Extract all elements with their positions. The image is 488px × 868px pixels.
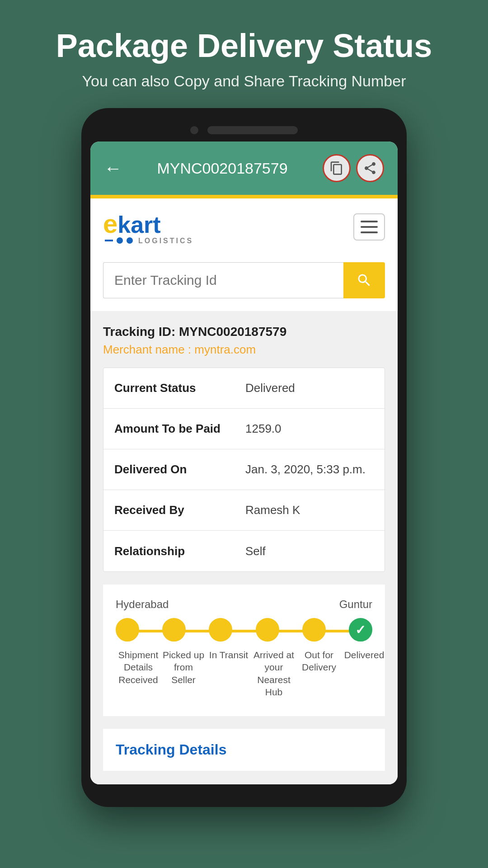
search-button[interactable]: [343, 262, 385, 298]
step-3-label: In Transit: [206, 649, 251, 698]
app-bar-title: MYNC0020187579: [131, 160, 314, 177]
hamburger-button[interactable]: [353, 213, 385, 241]
app-bar: ← MYNC0020187579: [90, 142, 398, 195]
end-city: Guntur: [339, 598, 372, 611]
step-6-dot: ✓: [349, 618, 372, 642]
delivered-on-value: Jan. 3, 2020, 5:33 p.m.: [235, 453, 385, 486]
progress-section: Hyderabad Guntur ✓ Shipment Deta: [103, 585, 385, 716]
app-bar-actions: [323, 154, 384, 182]
tracking-details-title: Tracking Details: [116, 741, 372, 758]
step-2-dot: [162, 618, 186, 642]
copy-icon: [329, 161, 344, 175]
hamburger-line-2: [361, 226, 378, 228]
merchant-name: Merchant name : myntra.com: [103, 343, 385, 357]
step-1-dot: [116, 618, 139, 642]
hamburger-line-3: [361, 231, 378, 233]
phone-frame: ← MYNC0020187579 e: [81, 108, 407, 807]
step-1-label: Shipment Details Received: [116, 649, 161, 698]
relationship-value: Self: [235, 535, 385, 567]
progress-cities: Hyderabad Guntur: [116, 598, 372, 611]
received-by-value: Ramesh K: [235, 494, 385, 526]
progress-dots: ✓: [116, 618, 372, 642]
tracking-input[interactable]: [103, 262, 343, 298]
table-row: Relationship Self: [103, 531, 385, 571]
progress-track: ✓: [116, 618, 372, 642]
table-row: Amount To be Paid 1259.0: [103, 409, 385, 449]
step-5-label: Out for Delivery: [296, 649, 342, 698]
share-icon: [363, 161, 377, 175]
step-5-dot: [302, 618, 326, 642]
delivered-on-label: Delivered On: [103, 453, 235, 486]
ekart-sub-text: LOGISTICS: [138, 237, 193, 245]
table-row: Current Status Delivered: [103, 368, 385, 409]
share-button[interactable]: [356, 154, 384, 182]
speaker-bar: [207, 126, 298, 134]
ekart-name: kart: [117, 211, 160, 238]
page-subtitle: You can also Copy and Share Tracking Num…: [56, 72, 432, 90]
tracking-id: Tracking ID: MYNC0020187579: [103, 325, 385, 339]
hamburger-line-1: [361, 221, 378, 222]
search-icon: [356, 272, 372, 288]
copy-button[interactable]: [323, 154, 351, 182]
step-3-dot: [209, 618, 232, 642]
ekart-header: e kart LOGISTICS: [90, 198, 398, 255]
phone-screen: ← MYNC0020187579 e: [90, 142, 398, 784]
step-2-label: Picked up from Seller: [161, 649, 206, 698]
page-title: Package Delivery Status: [56, 27, 432, 64]
current-status-value: Delivered: [235, 372, 385, 404]
step-4-label: Arrived at your Nearest Hub: [251, 649, 296, 698]
amount-value: 1259.0: [235, 413, 385, 445]
ekart-logo: e kart LOGISTICS: [103, 208, 193, 245]
search-section: [90, 255, 398, 311]
start-city: Hyderabad: [116, 598, 169, 611]
step-6-label: Delivered: [342, 649, 387, 698]
camera-dot: [190, 126, 198, 134]
back-button[interactable]: ←: [104, 158, 122, 179]
step-4-dot: [256, 618, 279, 642]
status-table: Current Status Delivered Amount To be Pa…: [103, 368, 385, 572]
relationship-label: Relationship: [103, 535, 235, 567]
phone-bottom: [90, 784, 398, 793]
yellow-divider: [90, 195, 398, 198]
phone-notch: [90, 122, 398, 142]
content-area: Tracking ID: MYNC0020187579 Merchant nam…: [90, 311, 398, 784]
received-by-label: Received By: [103, 494, 235, 526]
table-row: Delivered On Jan. 3, 2020, 5:33 p.m.: [103, 449, 385, 490]
table-row: Received By Ramesh K: [103, 490, 385, 531]
progress-labels: Shipment Details Received Picked up from…: [116, 649, 372, 698]
tracking-details-section: Tracking Details: [103, 729, 385, 771]
wheel-2: [127, 237, 133, 244]
current-status-label: Current Status: [103, 372, 235, 404]
amount-label: Amount To be Paid: [103, 413, 235, 445]
ekart-e: e: [103, 208, 117, 239]
page-header: Package Delivery Status You can also Cop…: [38, 0, 450, 108]
wheel-1: [117, 237, 123, 244]
